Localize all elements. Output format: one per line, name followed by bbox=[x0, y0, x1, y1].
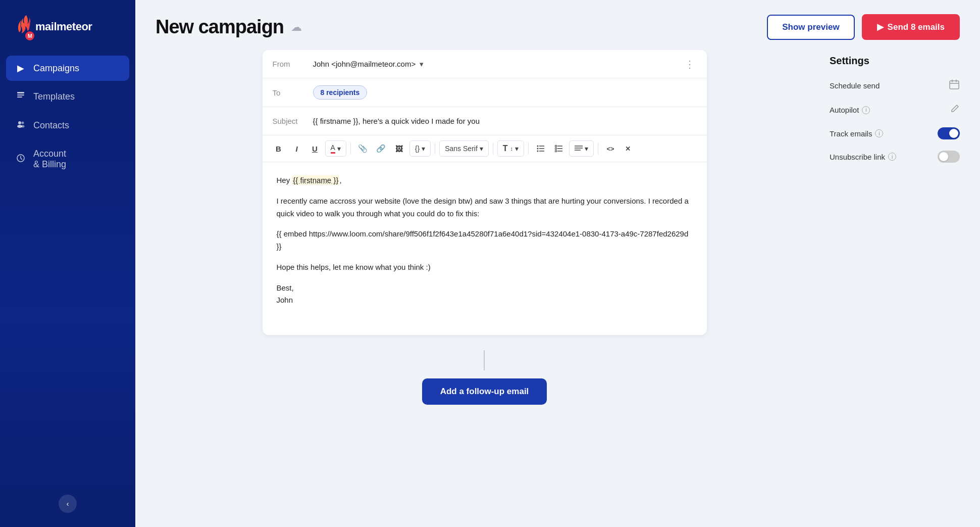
schedule-send-icon[interactable] bbox=[949, 79, 960, 92]
unsubscribe-info-icon[interactable]: i bbox=[888, 153, 896, 161]
attach-button[interactable]: 📎 bbox=[355, 140, 371, 157]
font-family-dropdown[interactable]: Sans Serif ▾ bbox=[439, 140, 489, 157]
body-greeting: Hey {{ firstname }}, bbox=[277, 174, 693, 187]
font-size-label: T bbox=[503, 144, 508, 153]
from-field: From John <john@mailmeteor.com> ▾ ⋮ bbox=[263, 50, 707, 78]
sidebar-item-label: Templates bbox=[33, 91, 75, 102]
chevron-down-icon3: ▾ bbox=[480, 145, 483, 153]
formatting-toolbar: B I U A ▾ 📎 🔗 🖼 {} ▾ bbox=[263, 135, 707, 162]
variable-label: {} bbox=[415, 145, 420, 153]
chevron-down-icon5: ▾ bbox=[585, 145, 588, 153]
header-right: Show preview ▶ Send 8 emails bbox=[767, 14, 960, 40]
firstname-variable: {{ firstname }} bbox=[292, 175, 339, 185]
campaigns-icon: ▶ bbox=[15, 63, 26, 74]
followup-area: Add a follow-up email bbox=[422, 335, 547, 415]
link-button[interactable]: 🔗 bbox=[373, 140, 389, 157]
unsubscribe-link-toggle[interactable] bbox=[938, 151, 960, 163]
font-size-dropdown[interactable]: T ↕ ▾ bbox=[497, 140, 524, 157]
toolbar-separator bbox=[350, 143, 351, 154]
sidebar-item-label: Account& Billing bbox=[33, 149, 66, 170]
font-size-arrow: ↕ bbox=[510, 146, 513, 152]
logo-badge: M bbox=[24, 30, 35, 41]
from-value: John <john@mailmeteor.com> ▾ bbox=[313, 60, 683, 69]
track-emails-row: Track emails i bbox=[830, 127, 960, 139]
field-menu-icon[interactable]: ⋮ bbox=[683, 58, 697, 70]
sidebar-item-contacts[interactable]: Contacts bbox=[6, 113, 129, 138]
sidebar-nav: ▶ Campaigns Templates Contacts Account& … bbox=[0, 56, 135, 487]
autopilot-label: Autopilot i bbox=[830, 106, 870, 114]
logo: M mailmeteor bbox=[0, 0, 135, 56]
unsubscribe-link-label: Unsubscribe link i bbox=[830, 153, 896, 161]
content-area: From John <john@mailmeteor.com> ▾ ⋮ To 8… bbox=[135, 50, 980, 527]
svg-point-12 bbox=[537, 148, 539, 150]
sidebar-item-label: Contacts bbox=[33, 120, 69, 131]
followup-connector bbox=[484, 350, 485, 370]
collapse-button[interactable]: ‹ bbox=[59, 495, 77, 513]
header: New campaign ☁ Show preview ▶ Send 8 ema… bbox=[135, 0, 980, 50]
check-list-button[interactable] bbox=[551, 140, 567, 157]
recipients-badge[interactable]: 8 recipients bbox=[313, 85, 368, 100]
settings-title: Settings bbox=[830, 55, 960, 67]
svg-rect-24 bbox=[950, 81, 959, 89]
bold-button[interactable]: B bbox=[271, 140, 287, 157]
toolbar-separator2 bbox=[435, 143, 435, 154]
underline-button[interactable]: U bbox=[307, 140, 323, 157]
to-label: To bbox=[273, 88, 313, 97]
body-closing: Hope this helps, let me know what you th… bbox=[277, 261, 693, 274]
contacts-icon bbox=[15, 120, 26, 131]
templates-icon bbox=[15, 91, 26, 103]
svg-point-3 bbox=[18, 121, 21, 124]
autopilot-info-icon[interactable]: i bbox=[862, 106, 870, 114]
bullet-list-button[interactable] bbox=[533, 140, 549, 157]
sidebar-item-account-billing[interactable]: Account& Billing bbox=[6, 141, 129, 177]
add-followup-button[interactable]: Add a follow-up email bbox=[422, 378, 547, 405]
composer-wrap: From John <john@mailmeteor.com> ▾ ⋮ To 8… bbox=[156, 50, 813, 527]
show-preview-button[interactable]: Show preview bbox=[767, 15, 854, 40]
sidebar-item-templates[interactable]: Templates bbox=[6, 84, 129, 110]
sidebar-item-label: Campaigns bbox=[33, 63, 79, 74]
track-emails-label: Track emails i bbox=[830, 129, 883, 138]
svg-point-13 bbox=[537, 151, 539, 152]
chevron-down-icon4: ▾ bbox=[515, 145, 519, 153]
font-family-label: Sans Serif bbox=[445, 145, 478, 153]
variable-dropdown[interactable]: {} ▾ bbox=[409, 140, 431, 157]
sidebar-item-campaigns[interactable]: ▶ Campaigns bbox=[6, 56, 129, 81]
toolbar-separator5 bbox=[598, 143, 598, 154]
svg-rect-19 bbox=[555, 151, 557, 152]
sidebar-bottom: ‹ bbox=[0, 487, 135, 527]
chevron-down-icon2: ▾ bbox=[422, 145, 425, 153]
italic-button[interactable]: I bbox=[289, 140, 305, 157]
svg-text:✕: ✕ bbox=[625, 145, 631, 153]
from-dropdown-icon[interactable]: ▾ bbox=[420, 60, 424, 68]
settings-panel: Settings Schedule send Autopilot i bbox=[813, 50, 960, 527]
body-embed: {{ embed https://www.loom.com/share/9ff5… bbox=[277, 228, 693, 253]
cloud-save-icon: ☁ bbox=[291, 21, 302, 34]
autopilot-edit-icon[interactable] bbox=[950, 104, 960, 116]
image-button[interactable]: 🖼 bbox=[391, 140, 407, 157]
chevron-left-icon: ‹ bbox=[67, 500, 69, 508]
track-emails-info-icon[interactable]: i bbox=[875, 129, 883, 137]
subject-value[interactable]: {{ firstname }}, here's a quick video I … bbox=[313, 117, 697, 125]
page-title: New campaign bbox=[156, 16, 284, 38]
subject-field: Subject {{ firstname }}, here's a quick … bbox=[263, 107, 707, 135]
body-sign: Best,John bbox=[277, 282, 693, 307]
chevron-down-icon: ▾ bbox=[337, 145, 341, 153]
code-button[interactable]: <> bbox=[602, 140, 618, 157]
svg-rect-17 bbox=[555, 146, 557, 147]
unsubscribe-link-row: Unsubscribe link i bbox=[830, 151, 960, 163]
clear-format-button[interactable]: ✕ bbox=[621, 140, 637, 157]
sidebar: M mailmeteor ▶ Campaigns Templates Conta… bbox=[0, 0, 135, 527]
to-value: 8 recipients bbox=[313, 85, 697, 100]
from-label: From bbox=[273, 60, 313, 68]
text-color-dropdown[interactable]: A ▾ bbox=[325, 140, 346, 157]
toggle-knob2 bbox=[939, 152, 948, 161]
svg-rect-1 bbox=[17, 94, 24, 95]
autopilot-row: Autopilot i bbox=[830, 104, 960, 116]
account-billing-icon bbox=[15, 154, 26, 165]
track-emails-toggle[interactable] bbox=[938, 127, 960, 139]
align-dropdown[interactable]: ▾ bbox=[569, 140, 594, 157]
svg-point-11 bbox=[537, 146, 539, 147]
main-content: New campaign ☁ Show preview ▶ Send 8 ema… bbox=[135, 0, 980, 527]
email-body[interactable]: Hey {{ firstname }}, I recently came acc… bbox=[263, 162, 707, 335]
send-emails-button[interactable]: ▶ Send 8 emails bbox=[862, 14, 960, 40]
